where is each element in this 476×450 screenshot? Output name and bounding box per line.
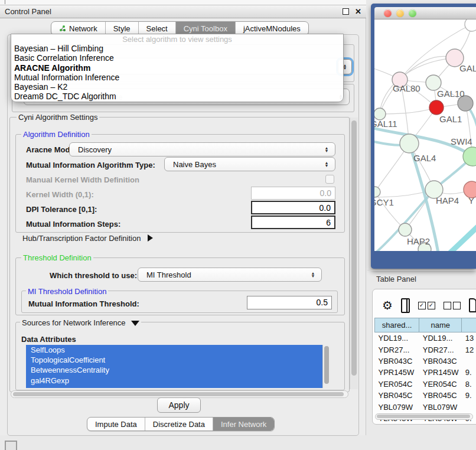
table-cell[interactable]: YBR043C — [419, 356, 462, 367]
attribute-item[interactable]: gal4RGexp — [26, 376, 322, 386]
table-cell[interactable]: YBL079W — [375, 401, 419, 412]
table-horizontal-scrollbar[interactable] — [375, 413, 473, 420]
attribute-item[interactable]: BetweennessCentrality — [26, 365, 322, 375]
minimize-traffic-light[interactable] — [396, 9, 404, 17]
chevron-right-icon — [148, 234, 153, 242]
table-row[interactable]: YDL19...YDL19...13 — [375, 332, 476, 344]
scrollbar-thumb[interactable] — [351, 120, 357, 376]
algorithm-option[interactable]: Basic Correlation Inference — [11, 53, 343, 63]
apply-button[interactable]: Apply — [157, 397, 201, 413]
mi-steps-label: Mutual Information Steps: — [26, 220, 120, 229]
mi-steps-field[interactable]: 6 — [251, 216, 335, 229]
column-header[interactable] — [462, 318, 476, 332]
mi-threshold-definition-title: MI Threshold Definition — [26, 287, 108, 296]
table-row[interactable]: YER054CYER054C8. — [375, 379, 476, 390]
tab-select[interactable]: Select — [139, 22, 176, 35]
network-node[interactable] — [374, 108, 386, 120]
table-cell[interactable]: YPR145W — [419, 367, 462, 378]
table-row[interactable]: YIL052CYIL052C9 — [375, 424, 476, 425]
table-row[interactable]: YBR045CYBR045C9. — [375, 390, 476, 401]
tab-cyni-toolbox[interactable]: Cyni Toolbox — [176, 22, 236, 35]
table-cell[interactable]: YDL19... — [375, 332, 419, 344]
table-cell[interactable]: YER054C — [375, 379, 419, 390]
which-threshold-combobox[interactable]: MI Threshold ▲▼ — [138, 268, 322, 282]
kernel-width-field[interactable]: 0.0 — [251, 187, 335, 200]
tab-discretize-data[interactable]: Discretize Data — [145, 418, 213, 431]
node-label: Y — [468, 195, 474, 206]
grid-corner-icon[interactable] — [5, 441, 17, 450]
table-cell[interactable]: 8. — [462, 379, 476, 390]
network-node[interactable] — [374, 187, 380, 197]
manual-kernel-label: Manual Kernel Width Definition — [26, 175, 139, 184]
table-panel-title: Table Panel — [376, 275, 416, 283]
network-canvas[interactable]: GALGAL80GAL10GAL1GAL11SWI4GAL4HAP4YGCY1H… — [374, 19, 476, 251]
tab-jactivemnodules[interactable]: jActiveMNodules — [236, 22, 308, 35]
table-cell[interactable] — [462, 401, 476, 412]
tab-impute-data[interactable]: Impute Data — [87, 418, 145, 431]
table-cell[interactable]: YER054C — [419, 379, 462, 390]
table-cell[interactable]: YDR27... — [375, 344, 419, 355]
settings-vertical-scrollbar[interactable] — [350, 118, 358, 389]
tab-style[interactable]: Style — [106, 22, 139, 35]
manual-kernel-checkbox[interactable] — [325, 175, 334, 184]
table-cell[interactable]: YPR145W — [375, 367, 419, 378]
table-cell[interactable]: 9 — [462, 424, 476, 425]
attribute-item[interactable]: SelfLoops — [26, 345, 322, 355]
column-header[interactable]: name — [419, 318, 462, 332]
table-cell[interactable]: YDL19... — [419, 332, 462, 344]
aracne-mode-combobox[interactable]: Discovery ▲▼ — [69, 142, 335, 156]
table-cell[interactable]: 13 — [462, 332, 476, 344]
network-icon — [59, 25, 66, 32]
mi-threshold-field[interactable]: 0.5 — [247, 296, 332, 309]
tab-network[interactable]: Network — [51, 22, 106, 35]
columns-icon[interactable] — [401, 298, 410, 313]
node-label: SWI4 — [451, 136, 472, 146]
scrollbar-thumb[interactable] — [324, 346, 329, 384]
attribute-item[interactable]: TopologicalCoefficient — [26, 355, 322, 365]
mi-type-combobox[interactable]: Naive Bayes ▲▼ — [164, 157, 335, 171]
table-cell[interactable]: YBR043C — [375, 356, 419, 367]
list-scrollbar[interactable] — [322, 345, 330, 388]
column-header[interactable]: shared... — [375, 318, 419, 332]
deselect-all-icon[interactable] — [444, 302, 461, 309]
table-row[interactable]: YBL079WYBL079W — [375, 401, 476, 412]
chevron-down-icon — [131, 321, 139, 326]
table-cell[interactable]: 12 — [462, 344, 476, 355]
table-cell[interactable]: YBL079W — [419, 401, 462, 412]
data-attributes-list: SelfLoops TopologicalCoefficient Between… — [26, 345, 322, 388]
hub-definition-toggle[interactable]: Hub/Transcription Factor Definition — [22, 234, 153, 243]
table-cell[interactable]: YBR045C — [419, 390, 462, 401]
algorithm-option[interactable]: Mutual Information Inference — [11, 73, 343, 82]
table-cell[interactable]: YDR27... — [419, 344, 462, 355]
tab-infer-network[interactable]: Infer Network — [213, 418, 274, 431]
network-node[interactable] — [400, 134, 419, 153]
algorithm-option[interactable]: Bayesian – Hill Climbing — [11, 44, 343, 53]
network-node[interactable] — [429, 100, 444, 115]
network-node[interactable] — [399, 223, 412, 236]
table-row[interactable]: YDR27...YDR27...12 — [375, 344, 476, 355]
float-window-icon[interactable] — [343, 8, 349, 15]
gear-icon[interactable]: ⚙ — [382, 299, 393, 311]
scrollbar-thumb[interactable] — [377, 415, 470, 418]
table-cell[interactable]: 9. — [462, 367, 476, 378]
table-row[interactable]: YPR145WYPR145W9. — [375, 367, 476, 378]
algorithm-option[interactable]: Bayesian – K2 — [11, 82, 343, 92]
scrollbar-thumb[interactable] — [13, 392, 344, 396]
table-row[interactable]: YBR043CYBR043C — [375, 356, 476, 367]
algorithm-option[interactable]: Dream8 DC_TDC Algorithm — [11, 92, 343, 101]
zoom-traffic-light[interactable] — [409, 9, 416, 17]
table-cell[interactable]: YBR045C — [375, 390, 419, 401]
algorithm-option-selected[interactable]: ARACNE Algorithm — [11, 63, 343, 73]
node-label: HAP2 — [407, 236, 430, 246]
table-cell[interactable]: 9. — [462, 390, 476, 401]
select-all-icon[interactable]: ✓✓ — [418, 302, 435, 309]
network-node[interactable] — [465, 19, 476, 31]
table-cell[interactable] — [462, 356, 476, 367]
table-cell[interactable]: YIL052C — [419, 424, 462, 425]
sources-toggle[interactable]: Sources for Network Inference — [20, 318, 141, 327]
dpi-tolerance-field[interactable]: 0.0 — [251, 201, 335, 214]
close-icon[interactable]: ✕ — [355, 8, 361, 15]
export-table-icon[interactable] — [469, 298, 476, 312]
close-traffic-light[interactable] — [384, 9, 392, 17]
table-cell[interactable]: YIL052C — [375, 424, 419, 425]
